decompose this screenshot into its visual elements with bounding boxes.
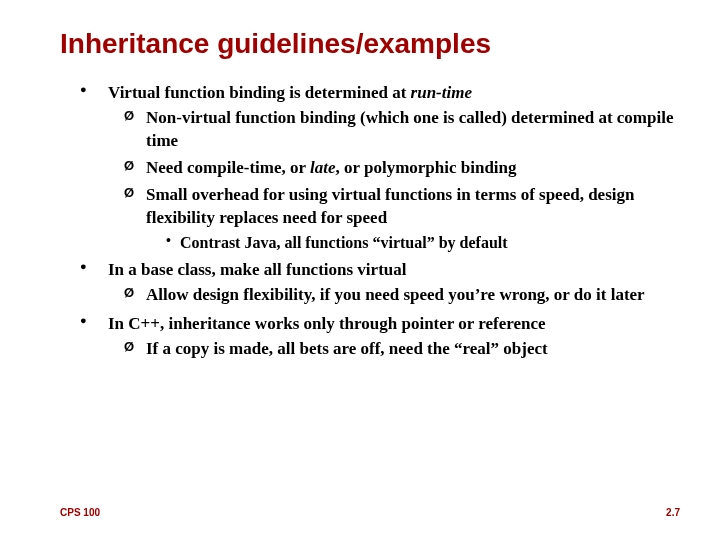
bullet-2: In a base class, make all functions virt… xyxy=(80,259,680,307)
bullet-1-sub-2: Need compile-time, or late, or polymorph… xyxy=(124,157,680,180)
bullet-1-sub-3-d1: Contrast Java, all functions “virtual” b… xyxy=(166,232,680,254)
bullet-1-sub-2a: Need compile-time, or xyxy=(146,158,310,177)
bullet-2-sublist: Allow design flexibility, if you need sp… xyxy=(124,284,680,307)
slide-title: Inheritance guidelines/examples xyxy=(60,28,680,60)
bullet-1-sublist: Non-virtual function binding (which one … xyxy=(124,107,680,253)
bullet-1-text-a: Virtual function binding is determined a… xyxy=(108,83,411,102)
bullet-3-text: In C++, inheritance works only through p… xyxy=(108,314,546,333)
bullet-3: In C++, inheritance works only through p… xyxy=(80,313,680,361)
footer-left: CPS 100 xyxy=(60,507,100,518)
bullet-1-sub-3: Small overhead for using virtual functio… xyxy=(124,184,680,253)
bullet-list: Virtual function binding is determined a… xyxy=(80,82,680,361)
bullet-3-sublist: If a copy is made, all bets are off, nee… xyxy=(124,338,680,361)
bullet-2-text: In a base class, make all functions virt… xyxy=(108,260,406,279)
bullet-3-sub-1: If a copy is made, all bets are off, nee… xyxy=(124,338,680,361)
bullet-1-sub-1: Non-virtual function binding (which one … xyxy=(124,107,680,153)
bullet-1-sub-2b: , or polymorphic binding xyxy=(335,158,516,177)
bullet-2-sub-1: Allow design flexibility, if you need sp… xyxy=(124,284,680,307)
bullet-1: Virtual function binding is determined a… xyxy=(80,82,680,253)
bullet-1-sub-3-list: Contrast Java, all functions “virtual” b… xyxy=(166,232,680,254)
bullet-1-sub-2em: late xyxy=(310,158,336,177)
slide: Inheritance guidelines/examples Virtual … xyxy=(0,0,720,540)
bullet-1-sub-3-text: Small overhead for using virtual functio… xyxy=(146,185,634,227)
bullet-1-em: run-time xyxy=(411,83,472,102)
footer: CPS 100 2.7 xyxy=(60,507,680,518)
footer-right: 2.7 xyxy=(666,507,680,518)
